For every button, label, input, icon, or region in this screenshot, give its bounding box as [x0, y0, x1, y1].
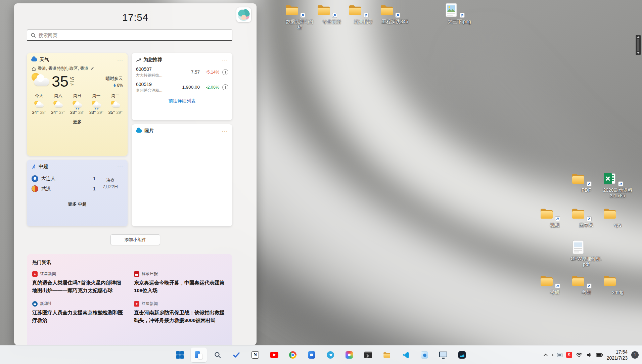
notion-app-button[interactable]: [247, 348, 263, 362]
partly-sunny-icon: [34, 101, 44, 108]
icon-label: 数据统计与分析: [284, 19, 316, 30]
weather-widget[interactable]: 天气 ··· 香港, 香港特别行政区, 香港 35 °C °F: [27, 53, 128, 156]
search-input[interactable]: [39, 33, 229, 38]
vscode-button[interactable]: [398, 348, 414, 362]
add-stock-button[interactable]: [222, 84, 228, 90]
icon-label: 工程实践345: [379, 19, 411, 25]
news-item[interactable]: 红星新闻 直击河南新乡防汛保卫战：铁锹拍出救援码头，冲锋舟接力救援3000被困村…: [134, 301, 227, 324]
clock-time: 17:54: [607, 349, 628, 355]
shortcut-arrow-icon: [587, 181, 592, 186]
match-date: 7月22日: [98, 184, 123, 190]
profile-avatar[interactable]: [236, 7, 251, 22]
stocks-widget[interactable]: 为您推荐 ··· 600507 方大特钢科技... 7.57 +5.14% 60…: [132, 53, 232, 120]
pdf-file-icon: [570, 239, 602, 255]
start-button[interactable]: [172, 348, 188, 362]
desktop-icon-vps-folder[interactable]: vps: [602, 206, 634, 228]
news-headline[interactable]: 真的适合人类居住吗?首张火星内部详细地图出炉——一颗巧克力太妃糖心球: [32, 279, 125, 294]
lightblue-app-button[interactable]: [416, 348, 432, 362]
partly-sunny-icon: [53, 101, 63, 108]
desktop-icon-excel-file[interactable]: 2020最新资料3.1.xlsx: [602, 171, 634, 198]
chrome-button[interactable]: [285, 348, 301, 362]
match-row[interactable]: 大连人 武汉 1 1 决赛 7月22日: [27, 170, 128, 194]
edit-pencil-icon[interactable]: [90, 66, 94, 71]
stock-row[interactable]: 600519 贵州茅台酒股... 1,900.00 -2.06%: [132, 78, 232, 93]
news-item[interactable]: 红星新闻 真的适合人类居住吗?首张火星内部详细地图出炉——一颗巧克力太妃糖心球: [32, 271, 125, 294]
jiefang-daily-logo-icon: [134, 271, 139, 277]
news-item[interactable]: 解放日报 东京奥运会今晚开幕，中国奥运代表团第108位入场: [134, 271, 227, 294]
unit-celsius[interactable]: °C: [70, 77, 74, 82]
weather-more-link[interactable]: 更多: [27, 119, 128, 125]
sports-menu-button[interactable]: ···: [117, 165, 123, 168]
scroll-up-icon[interactable]: [637, 36, 640, 38]
news-headline[interactable]: 直击河南新乡防汛保卫战：铁锹拍出救援码头，冲锋舟接力救援3000被困村民: [134, 309, 227, 324]
runner-icon: [31, 164, 36, 169]
battery-icon[interactable]: [596, 352, 603, 358]
scroll-thumb[interactable]: [637, 39, 639, 51]
stocks-detail-link[interactable]: 前往详细列表: [132, 98, 232, 104]
blue-app-button[interactable]: [304, 348, 320, 362]
vscode-icon: [402, 351, 410, 359]
icon-label: 视频: [539, 222, 571, 228]
desktop-icon-kaoyan-folder-2[interactable]: 考研: [570, 273, 602, 295]
edge-scrollbar[interactable]: [636, 35, 641, 55]
icon-label: 考研: [570, 289, 602, 295]
add-stock-button[interactable]: [222, 69, 228, 75]
scroll-down-icon[interactable]: [637, 52, 640, 54]
search-button[interactable]: [210, 348, 226, 362]
volume-icon[interactable]: [586, 352, 592, 358]
desktop-icon-major-frontier-folder[interactable]: 专业前沿: [316, 2, 348, 25]
widgets-button[interactable]: [191, 348, 207, 362]
chevron-up-icon[interactable]: [543, 353, 548, 357]
colorful-app-button[interactable]: [341, 348, 357, 362]
rain-icon: [72, 101, 82, 108]
desktop-icon-career-guidance-folder[interactable]: 就业指导: [347, 2, 379, 25]
photos-menu-button[interactable]: ···: [222, 129, 228, 133]
desktop-icon-junior-year-image[interactable]: 大三下.png: [443, 2, 475, 25]
stock-row[interactable]: 600507 方大特钢科技... 7.57 +5.14%: [132, 63, 232, 78]
chart-app-button[interactable]: [454, 348, 470, 362]
taskbar-clock[interactable]: 17:54 2021/7/23: [607, 349, 628, 361]
desktop-icon-engineering-practice-folder[interactable]: 工程实践345: [379, 2, 411, 25]
photos-widget[interactable]: 照片 ···: [132, 124, 232, 226]
news-item[interactable]: 新华社 江苏医疗人员全力支援南京核酸检测和医疗救治: [32, 301, 125, 324]
stock-change: -2.06%: [200, 85, 219, 90]
folder-icon: [570, 206, 602, 222]
desktop-icon-hackintosh-folder[interactable]: 黑苹果: [570, 206, 602, 228]
search-icon: [214, 351, 221, 359]
desktop-icon-xmrig-folder[interactable]: xmrig: [602, 273, 634, 295]
notification-badge[interactable]: 1: [631, 351, 639, 359]
desktop-icon-gfw-pdf-file[interactable]: GFW原理分析.pdf: [570, 239, 602, 267]
desktop-icon-kaoyan-folder-1[interactable]: 考研: [539, 273, 571, 295]
unit-fahrenheit[interactable]: °F: [70, 82, 74, 86]
youtube-button[interactable]: [266, 348, 282, 362]
sports-title: 中超: [39, 164, 48, 170]
checkmark-app-button[interactable]: [228, 348, 244, 362]
desktop-icon-pdf-folder[interactable]: PDF: [570, 171, 602, 193]
file-explorer-button[interactable]: [379, 348, 395, 362]
weather-menu-button[interactable]: ···: [117, 58, 123, 61]
news-section-title: 热门资讯: [32, 260, 227, 266]
monitor-app-button[interactable]: [435, 348, 451, 362]
web-search-bar[interactable]: [27, 30, 232, 41]
add-widgets-button[interactable]: 添加小组件: [110, 234, 160, 245]
stocks-menu-button[interactable]: ···: [222, 58, 228, 61]
news-headline[interactable]: 江苏医疗人员全力支援南京核酸检测和医疗救治: [32, 309, 125, 324]
trend-chart-icon: [136, 57, 141, 62]
sports-more-link[interactable]: 更多 中超: [27, 201, 128, 207]
photos-title: 照片: [144, 128, 154, 134]
sports-widget[interactable]: 中超 ··· 大连人 武汉 1 1: [27, 160, 128, 226]
desktop-icon-video-folder[interactable]: 视频: [539, 206, 571, 228]
panel-clock: 17:54: [14, 12, 257, 23]
telegram-button[interactable]: [322, 348, 338, 362]
wifi-icon[interactable]: [576, 352, 583, 358]
match-stage: 决赛: [98, 177, 123, 184]
folder-icon: [539, 206, 571, 222]
news-headline[interactable]: 东京奥运会今晚开幕，中国奥运代表团第108位入场: [134, 279, 227, 294]
terminal-icon: [364, 352, 372, 358]
terminal-button[interactable]: [360, 348, 376, 362]
team2-score: 1: [91, 184, 98, 194]
sogou-input-icon[interactable]: [566, 352, 572, 358]
tray-hidden-item-icon[interactable]: [552, 354, 553, 356]
desktop-icon-data-statistics-folder[interactable]: 数据统计与分析: [284, 2, 316, 30]
ime-icon[interactable]: [557, 353, 562, 357]
